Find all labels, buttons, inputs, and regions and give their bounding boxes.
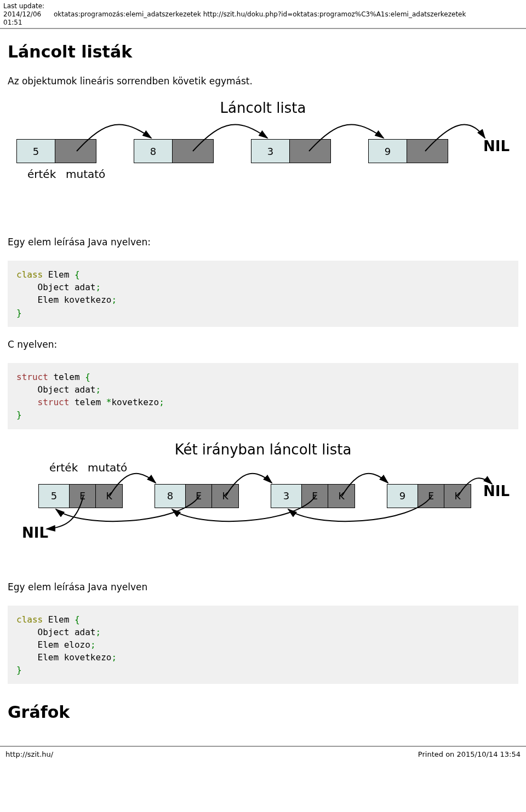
diagram-doubly-linked-list: Két irányban láncolt lista érték mutató …: [16, 441, 510, 567]
list-node: 9 E K: [387, 484, 471, 508]
semi: ;: [111, 295, 117, 305]
semi: ;: [96, 282, 101, 292]
list-node: 5 E K: [38, 484, 123, 508]
type-elem: Elem: [38, 295, 59, 305]
last-update-timestamp: 2014/12/06 01:51: [3, 10, 54, 27]
node-value: 5: [17, 140, 55, 163]
node-value: 8: [155, 485, 186, 508]
footer-printed: Printed on 2015/10/14 13:54: [418, 750, 521, 758]
field-adat: adat: [75, 384, 96, 395]
diagram-linked-list: Láncolt lista 5 8 3 9 NIL érték mutató: [16, 100, 510, 220]
kw-class: class: [16, 269, 43, 280]
page-header: Last update: 2014/12/06 01:51 oktatas:pr…: [0, 0, 526, 29]
java-intro-1: Egy elem leírása Java nyelven:: [8, 237, 518, 247]
last-update-label: Last update:: [3, 2, 54, 10]
star: *: [106, 397, 112, 407]
class-name: Elem: [48, 614, 70, 625]
field-adat: adat: [75, 282, 96, 292]
node-value: 8: [134, 140, 173, 163]
nil-terminator-left: NIL: [22, 525, 48, 541]
type-object: Object: [38, 627, 70, 637]
semi: ;: [96, 627, 101, 637]
code-java-elem-doubly: class Elem { Object adat; Elem elozo; El…: [8, 606, 518, 684]
list-node: 5: [16, 139, 96, 163]
semi: ;: [90, 640, 96, 650]
kw-struct: struct: [16, 372, 48, 382]
list-node: 9: [368, 139, 448, 163]
label-mutato: mutató: [88, 461, 127, 474]
kw-class: class: [16, 614, 43, 625]
node-pointer: [290, 140, 330, 163]
semi: ;: [96, 384, 101, 395]
code-java-elem: class Elem { Object adat; Elem kovetkezo…: [8, 261, 518, 327]
heading-grafok: Gráfok: [8, 702, 518, 722]
list-node: 3 E K: [271, 484, 355, 508]
diagram1-title: Láncolt lista: [16, 100, 510, 116]
list-node: 8 E K: [155, 484, 239, 508]
node-next-pointer: K: [96, 485, 122, 508]
struct-name: telem: [75, 397, 101, 407]
footer-url: http://szit.hu/: [5, 750, 53, 758]
node-prev-pointer: E: [302, 485, 328, 508]
breadcrumb: oktatas:programozás:elemi_adatszerkezete…: [54, 2, 523, 27]
heading-lancolt-listak: Láncolt listák: [8, 42, 518, 61]
brace-close: }: [16, 410, 22, 420]
label-mutato: mutató: [66, 168, 105, 181]
node-next-pointer: K: [212, 485, 238, 508]
diagram2-title: Két irányban láncolt lista: [16, 441, 510, 458]
list-node: 8: [134, 139, 214, 163]
node-prev-pointer: E: [186, 485, 212, 508]
brace-close: }: [16, 308, 22, 318]
type-object: Object: [38, 384, 70, 395]
field-adat: adat: [75, 627, 96, 637]
node-prev-pointer: E: [70, 485, 96, 508]
node-prev-pointer: E: [418, 485, 444, 508]
brace-open: {: [75, 269, 80, 280]
nil-terminator: NIL: [483, 138, 510, 154]
page-footer: http://szit.hu/ Printed on 2015/10/14 13…: [0, 746, 526, 764]
semi: ;: [111, 652, 117, 663]
type-elem: Elem: [38, 652, 59, 663]
node-next-pointer: K: [444, 485, 471, 508]
nil-terminator-right: NIL: [483, 483, 510, 499]
kw-struct: struct: [38, 397, 70, 407]
brace-open: {: [85, 372, 90, 382]
node-value: 9: [387, 485, 418, 508]
diagram1-nodes: 5 8 3 9: [16, 139, 448, 163]
node-value: 5: [39, 485, 70, 508]
list-node: 3: [251, 139, 331, 163]
node-value: 9: [369, 140, 407, 163]
node-next-pointer: K: [328, 485, 355, 508]
label-ertek: érték: [49, 461, 78, 474]
label-ertek: érték: [27, 168, 56, 181]
type-elem: Elem: [38, 640, 59, 650]
brace-close: }: [16, 665, 22, 675]
field-kovetkezo: kovetkezo: [64, 652, 112, 663]
code-c-telem: struct telem { Object adat; struct telem…: [8, 363, 518, 429]
field-kovetkezo: kovetkezo: [111, 397, 159, 407]
node-pointer: [407, 140, 448, 163]
last-update-block: Last update: 2014/12/06 01:51: [3, 2, 54, 27]
brace-open: {: [75, 614, 80, 625]
class-name: Elem: [48, 269, 70, 280]
struct-name: telem: [53, 372, 79, 382]
type-object: Object: [38, 282, 70, 292]
semi: ;: [159, 397, 164, 407]
diagram2-nodes: 5 E K 8 E K 3 E K 9 E K: [38, 484, 471, 508]
c-intro: C nyelven:: [8, 339, 518, 350]
field-kovetkezo: kovetkezo: [64, 295, 112, 305]
node-pointer: [173, 140, 213, 163]
node-pointer: [55, 140, 96, 163]
field-elozo: elozo: [64, 640, 90, 650]
node-value: 3: [271, 485, 302, 508]
node-value: 3: [251, 140, 290, 163]
intro-text: Az objektumok lineáris sorrendben követi…: [8, 76, 518, 87]
java-intro-2: Egy elem leírása Java nyelven: [8, 581, 518, 592]
